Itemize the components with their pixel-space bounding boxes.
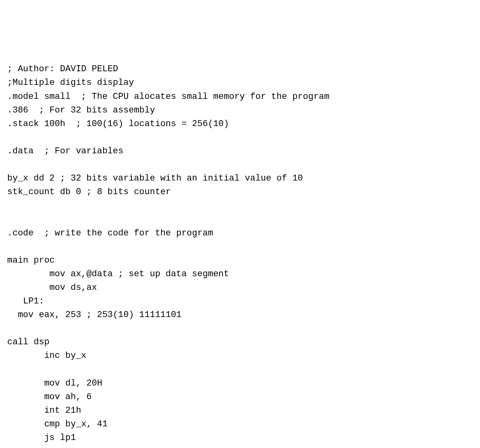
- code-line: mov ax,@data ; set up data segment: [7, 269, 229, 279]
- code-line: .model small ; The CPU alocates small me…: [7, 92, 329, 102]
- code-line: inc by_x: [7, 351, 86, 361]
- code-line: .data ; For variables: [7, 146, 123, 156]
- code-line: .code ; write the code for the program: [7, 228, 213, 238]
- code-line: .386 ; For 32 bits assembly: [7, 105, 155, 115]
- code-line: js lp1: [7, 433, 76, 443]
- code-line: mov dl, 20H: [7, 378, 102, 388]
- code-line: main proc: [7, 255, 55, 265]
- code-line: .stack 100h ; 100(16) locations = 256(10…: [7, 119, 229, 129]
- code-line: ; Author: DAVID PELED: [7, 64, 118, 74]
- code-line: stk_count db 0 ; 8 bits counter: [7, 187, 171, 197]
- code-line: mov ah, 6: [7, 392, 92, 402]
- code-line: int 21h: [7, 406, 81, 416]
- code-line: cmp by_x, 41: [7, 419, 108, 429]
- code-line: mov ds,ax: [7, 283, 97, 293]
- code-line: LP1:: [7, 296, 44, 306]
- code-line: by_x dd 2 ; 32 bits variable with an ini…: [7, 173, 303, 183]
- code-line: ;Multiple digits display: [7, 78, 134, 88]
- code-line: mov eax, 253 ; 253(10) 11111101: [7, 310, 182, 320]
- code-line: call dsp: [7, 337, 50, 347]
- assembly-code-block: ; Author: DAVID PELED ;Multiple digits d…: [7, 62, 473, 445]
